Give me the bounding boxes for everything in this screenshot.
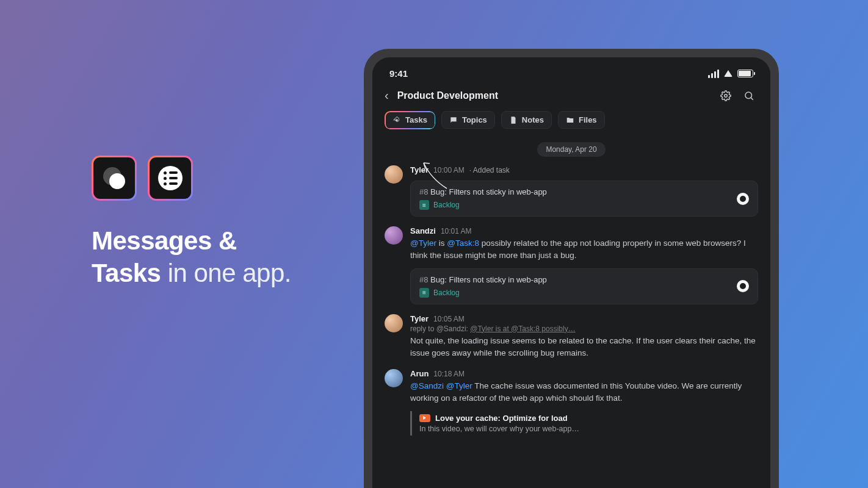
reply-context[interactable]: reply to @Sandzi: @Tyler is at @Task:8 p… — [410, 325, 758, 333]
link-embed[interactable]: Love your cache: Optimize for load In th… — [410, 411, 758, 436]
channel-header: ‹ Product Development — [372, 84, 770, 111]
mention[interactable]: @Sandzi — [410, 381, 444, 390]
svg-point-1 — [745, 92, 752, 99]
app-icon-tasks — [148, 156, 193, 201]
task-title: #8 Bug: Filters not sticky in web-app — [419, 275, 547, 284]
youtube-icon — [419, 414, 430, 422]
tablet-device-frame: 9:41 ‹ Product Development Tasks — [364, 49, 779, 488]
task-card[interactable]: #8 Bug: Filters not sticky in web-app ≡ … — [410, 268, 758, 304]
message-item: Tyler 10:00 AM · Added task #8 Bug: Filt… — [385, 165, 758, 217]
app-icon-messages — [92, 156, 137, 201]
svg-point-0 — [725, 94, 728, 97]
author-name[interactable]: Tyler — [410, 314, 429, 323]
settings-icon[interactable] — [720, 90, 731, 101]
status-bar: 9:41 — [372, 57, 770, 84]
avatar[interactable] — [385, 314, 403, 332]
task-complete-toggle[interactable] — [737, 280, 749, 292]
tab-tasks[interactable]: Tasks — [385, 111, 435, 129]
task-title: #8 Bug: Filters not sticky in web-app — [419, 187, 547, 196]
mention[interactable]: @Tyler — [410, 239, 436, 248]
message-time: 10:01 AM — [441, 227, 472, 235]
activity-label: · Added task — [469, 166, 510, 174]
tab-topics[interactable]: Topics — [441, 111, 495, 129]
embed-subtitle: In this video, we will cover why your we… — [419, 425, 758, 433]
message-item: Sandzi 10:01 AM @Tyler is @Task:8 possib… — [385, 226, 758, 304]
message-item: Arun 10:18 AM @Sandzi @Tyler The cache i… — [385, 369, 758, 436]
folder-icon — [566, 116, 574, 124]
tab-notes[interactable]: Notes — [501, 111, 552, 129]
status-chip-icon: ≡ — [419, 288, 429, 298]
tab-files[interactable]: Files — [558, 111, 605, 129]
message-feed: Tyler 10:00 AM · Added task #8 Bug: Filt… — [372, 165, 770, 436]
message-text: @Sandzi @Tyler The cache issue was docum… — [410, 380, 758, 405]
search-icon[interactable] — [743, 90, 754, 101]
cog-icon — [392, 116, 401, 124]
task-status: ≡ Backlog — [419, 200, 547, 210]
author-name[interactable]: Sandzi — [410, 226, 436, 235]
tab-label: Topics — [462, 115, 487, 124]
message-time: 10:18 AM — [433, 370, 465, 378]
author-name[interactable]: Arun — [410, 369, 429, 378]
task-card[interactable]: #8 Bug: Filters not sticky in web-app ≡ … — [410, 181, 758, 217]
chat-bubble-icon — [103, 167, 125, 189]
message-time: 10:05 AM — [433, 315, 465, 323]
mention[interactable]: @Tyler — [446, 381, 472, 390]
promo-icon-row — [92, 156, 317, 201]
mention[interactable]: @Task:8 — [447, 239, 479, 248]
author-name[interactable]: Tyler — [410, 165, 429, 174]
avatar[interactable] — [385, 165, 403, 184]
message-item: Tyler 10:05 AM reply to @Sandzi: @Tyler … — [385, 314, 758, 360]
list-icon — [158, 166, 183, 190]
embed-title: Love your cache: Optimize for load — [435, 414, 568, 423]
svg-line-2 — [751, 98, 753, 99]
battery-icon — [737, 70, 753, 77]
task-status: ≡ Backlog — [419, 288, 547, 298]
chat-icon — [449, 116, 458, 124]
status-chip-icon: ≡ — [419, 200, 429, 210]
tab-label: Notes — [522, 115, 544, 124]
status-time: 9:41 — [389, 68, 408, 79]
avatar[interactable] — [385, 226, 403, 245]
tab-label: Files — [579, 115, 597, 124]
tab-label: Tasks — [405, 115, 427, 124]
message-time: 10:00 AM — [433, 166, 465, 174]
promo-panel: Messages & Tasks in one app. — [92, 156, 317, 289]
message-text: Not quite, the loading issue seems to be… — [410, 335, 758, 360]
cellular-icon — [708, 70, 719, 78]
back-button[interactable]: ‹ — [385, 88, 389, 102]
date-separator: Monday, Apr 20 — [537, 142, 605, 157]
avatar[interactable] — [385, 369, 403, 387]
document-icon — [509, 116, 518, 124]
task-complete-toggle[interactable] — [737, 193, 749, 205]
app-screen: 9:41 ‹ Product Development Tasks — [372, 57, 770, 488]
message-text: @Tyler is @Task:8 possibly related to th… — [410, 237, 758, 262]
channel-title: Product Development — [397, 90, 498, 101]
promo-headline: Messages & Tasks in one app. — [92, 225, 317, 289]
wifi-icon — [724, 70, 732, 77]
tab-bar: Tasks Topics Notes Files — [372, 111, 770, 137]
